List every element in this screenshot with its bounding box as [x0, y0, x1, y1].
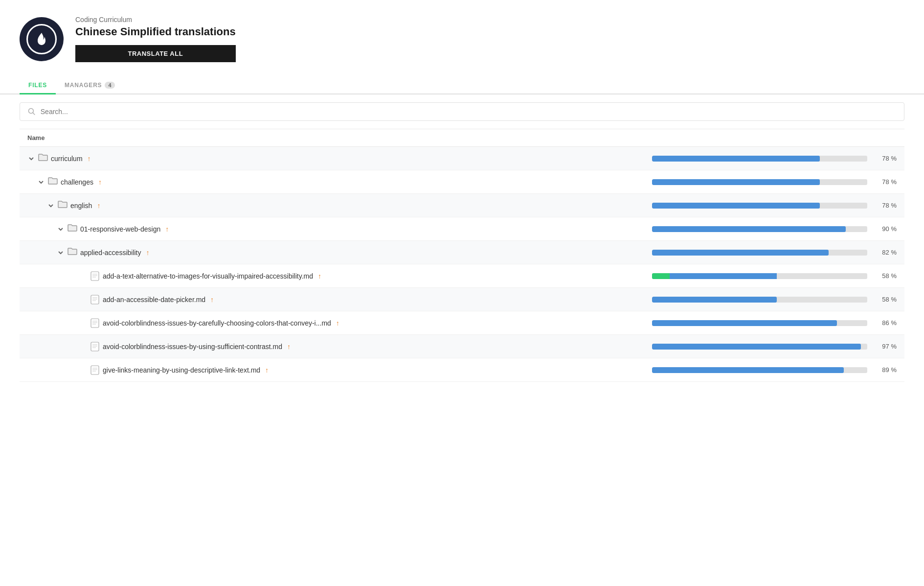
row-label: challenges: [61, 178, 93, 186]
chevron-down-icon[interactable]: [57, 225, 65, 233]
upload-arrow-icon: ↑: [146, 249, 150, 257]
row-label: add-a-text-alternative-to-images-for-vis…: [103, 272, 313, 280]
search-container: [20, 94, 904, 129]
progress-bar: [652, 203, 867, 209]
folder-icon: [48, 177, 58, 188]
table-row: avoid-colorblindness-issues-by-using-suf…: [20, 335, 904, 358]
row-label: avoid-colorblindness-issues-by-carefully…: [103, 319, 331, 327]
file-icon: [90, 271, 100, 281]
tab-files[interactable]: FILES: [20, 77, 56, 94]
upload-arrow-icon: ↑: [97, 202, 100, 210]
svg-rect-14: [91, 342, 99, 351]
upload-arrow-icon: ↑: [318, 272, 321, 280]
tab-managers[interactable]: MANAGERS 4: [56, 77, 124, 94]
file-icon: [90, 295, 100, 305]
upload-arrow-icon: ↑: [88, 155, 91, 163]
upload-arrow-icon: ↑: [336, 319, 339, 327]
column-name-header: Name: [27, 134, 897, 141]
table-rows: curriculum↑78 % challenges↑78 % english↑…: [20, 147, 904, 382]
header-title: Chinese Simplified translations: [75, 25, 236, 38]
svg-rect-2: [91, 272, 99, 281]
progress-bar: [652, 367, 867, 373]
progress-section: 90 %: [652, 225, 897, 233]
progress-bar: [652, 344, 867, 350]
search-input[interactable]: [41, 108, 896, 116]
progress-section: 78 %: [652, 202, 897, 209]
upload-arrow-icon: ↑: [98, 178, 102, 186]
upload-arrow-icon: ↑: [265, 366, 269, 374]
search-icon: [28, 108, 36, 116]
progress-percent: 97 %: [873, 343, 897, 350]
table-row: add-a-text-alternative-to-images-for-vis…: [20, 264, 904, 288]
tab-files-label: FILES: [28, 82, 47, 89]
upload-arrow-icon: ↑: [210, 296, 214, 304]
managers-badge: 4: [105, 82, 115, 89]
tab-managers-label: MANAGERS: [65, 82, 102, 89]
table-row: 01-responsive-web-design↑90 %: [20, 217, 904, 241]
app-logo: [20, 17, 64, 61]
table-row: challenges↑78 %: [20, 170, 904, 194]
row-label: 01-responsive-web-design: [80, 225, 160, 233]
row-label: add-an-accessible-date-picker.md: [103, 296, 205, 304]
table-row: add-an-accessible-date-picker.md↑58 %: [20, 288, 904, 311]
upload-arrow-icon: ↑: [287, 343, 291, 351]
progress-section: 78 %: [652, 155, 897, 162]
flame-icon: [35, 32, 48, 47]
progress-bar: [652, 226, 867, 232]
folder-icon: [38, 153, 48, 164]
table-row: english↑78 %: [20, 194, 904, 217]
header-text-block: Coding Curriculum Chinese Simplified tra…: [75, 16, 236, 62]
progress-percent: 82 %: [873, 249, 897, 256]
tab-bar: FILES MANAGERS 4: [0, 77, 924, 94]
logo-inner-ring: [26, 24, 57, 54]
progress-percent: 58 %: [873, 272, 897, 280]
svg-rect-6: [91, 295, 99, 304]
progress-section: 82 %: [652, 249, 897, 256]
search-box: [20, 102, 904, 121]
svg-rect-10: [91, 319, 99, 328]
progress-bar: [652, 156, 867, 162]
page-header: Coding Curriculum Chinese Simplified tra…: [0, 0, 924, 72]
file-icon: [90, 318, 100, 328]
progress-percent: 58 %: [873, 296, 897, 303]
progress-percent: 78 %: [873, 155, 897, 162]
table-header-row: Name: [20, 129, 904, 147]
chevron-down-icon[interactable]: [57, 249, 65, 257]
progress-percent: 90 %: [873, 225, 897, 233]
progress-percent: 89 %: [873, 366, 897, 374]
table-row: avoid-colorblindness-issues-by-carefully…: [20, 311, 904, 335]
progress-bar: [652, 273, 867, 279]
row-label: avoid-colorblindness-issues-by-using-suf…: [103, 343, 282, 351]
row-label: curriculum: [51, 155, 83, 163]
table-row: curriculum↑78 %: [20, 147, 904, 170]
progress-section: 78 %: [652, 178, 897, 186]
progress-section: 58 %: [652, 272, 897, 280]
progress-bar: [652, 297, 867, 303]
progress-section: 89 %: [652, 366, 897, 374]
progress-percent: 78 %: [873, 202, 897, 209]
svg-line-1: [33, 113, 34, 114]
chevron-down-icon[interactable]: [47, 202, 55, 210]
folder-icon: [58, 200, 68, 211]
progress-bar: [652, 179, 867, 185]
table-row: give-links-meaning-by-using-descriptive-…: [20, 358, 904, 382]
progress-bar: [652, 250, 867, 256]
header-subtitle: Coding Curriculum: [75, 16, 236, 23]
file-icon: [90, 342, 100, 352]
folder-icon: [68, 247, 77, 258]
row-label: applied-accessibility: [80, 249, 141, 257]
progress-percent: 86 %: [873, 319, 897, 327]
progress-section: 97 %: [652, 343, 897, 350]
progress-percent: 78 %: [873, 178, 897, 186]
svg-rect-18: [91, 366, 99, 375]
row-label: english: [70, 202, 92, 210]
file-table: Name curriculum↑78 % challenges↑78 % eng…: [20, 129, 904, 382]
row-label: give-links-meaning-by-using-descriptive-…: [103, 366, 260, 374]
chevron-down-icon[interactable]: [37, 178, 45, 186]
translate-all-button[interactable]: TRANSLATE ALL: [75, 45, 236, 62]
progress-bar: [652, 320, 867, 326]
folder-icon: [68, 224, 77, 234]
progress-section: 86 %: [652, 319, 897, 327]
table-row: applied-accessibility↑82 %: [20, 241, 904, 264]
chevron-down-icon[interactable]: [27, 155, 35, 163]
